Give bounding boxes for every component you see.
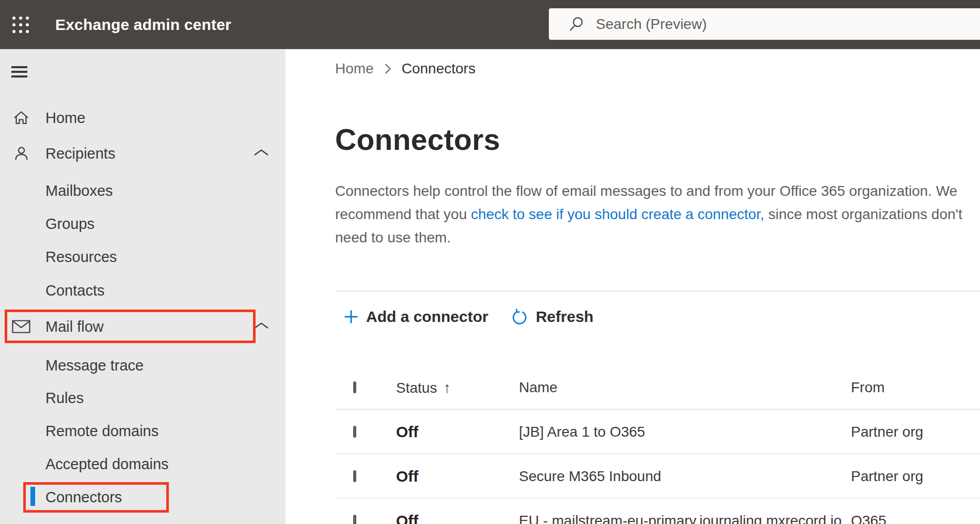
sidebar-item-label: Mailboxes xyxy=(45,182,113,199)
sidebar-item-groups[interactable]: Groups xyxy=(0,207,286,240)
sidebar-item-label: Contacts xyxy=(45,282,104,299)
sidebar-item-message-trace[interactable]: Message trace xyxy=(0,349,286,382)
row-name: Secure M365 Inbound xyxy=(519,468,661,485)
sidebar-item-remote-domains[interactable]: Remote domains xyxy=(0,414,286,448)
sidebar-item-connectors[interactable]: Connectors xyxy=(0,481,286,514)
table-row[interactable]: Off Secure M365 Inbound Partner org xyxy=(286,454,980,499)
sidebar-item-label: Message trace xyxy=(45,357,144,374)
page-title: Connectors xyxy=(335,122,500,157)
search-icon xyxy=(568,16,584,32)
person-icon xyxy=(11,144,31,163)
sidebar-item-label: Recipients xyxy=(45,145,115,162)
global-nav-toggle-icon[interactable] xyxy=(11,66,27,78)
sidebar-item-accepted-domains[interactable]: Accepted domains xyxy=(0,448,286,481)
column-header-from[interactable]: From xyxy=(851,379,884,396)
row-from: Partner org xyxy=(851,468,923,485)
home-icon xyxy=(11,108,31,128)
command-bar: Add a connector Refresh xyxy=(343,303,593,330)
table-row[interactable]: Off EU - mailstream-eu-primary.journalin… xyxy=(286,499,980,524)
add-connector-button[interactable]: Add a connector xyxy=(343,308,488,326)
row-status: Off xyxy=(396,468,418,485)
search-bar[interactable] xyxy=(549,8,980,40)
sidebar-item-resources[interactable]: Resources xyxy=(0,240,286,273)
top-app-bar: Exchange admin center xyxy=(0,0,980,49)
column-header-status[interactable]: Status↑ xyxy=(396,379,451,396)
app-title: Exchange admin center xyxy=(55,0,231,49)
table-row[interactable]: Off [JB] Area 1 to O365 Partner org xyxy=(286,410,980,454)
breadcrumb-current: Connectors xyxy=(402,60,476,77)
sidebar-item-contacts[interactable]: Contacts xyxy=(0,274,286,307)
row-from: Partner org xyxy=(851,424,923,440)
sidebar-item-rules[interactable]: Rules xyxy=(0,381,286,414)
create-connector-check-link[interactable]: check to see if you should create a conn… xyxy=(471,206,764,222)
selected-item-indicator xyxy=(30,487,35,506)
sidebar-item-mail-flow[interactable]: Mail flow xyxy=(0,310,286,343)
search-input[interactable] xyxy=(596,16,906,33)
sidebar-item-label: Groups xyxy=(45,215,94,233)
page-description: Connectors help control the flow of emai… xyxy=(335,179,980,249)
sidebar-item-label: Resources xyxy=(45,249,117,266)
table-header-row: Status↑ Name From xyxy=(286,365,980,410)
row-name: EU - mailstream-eu-primary.journaling.mx… xyxy=(519,513,842,524)
mail-icon xyxy=(11,317,31,336)
row-status: Off xyxy=(396,512,418,524)
row-status: Off xyxy=(396,423,418,441)
sidebar-item-label: Home xyxy=(45,110,85,127)
exchange-admin-center-screen: Exchange admin center Home xyxy=(0,0,980,524)
sidebar-item-home[interactable]: Home xyxy=(0,101,286,134)
add-connector-label: Add a connector xyxy=(366,308,488,326)
row-checkbox[interactable] xyxy=(353,470,356,482)
connectors-table: Status↑ Name From Off [JB] Area 1 to O36… xyxy=(286,365,980,524)
sidebar-item-recipients[interactable]: Recipients xyxy=(0,137,286,170)
select-all-checkbox[interactable] xyxy=(353,381,356,393)
sidebar-item-mailboxes[interactable]: Mailboxes xyxy=(0,174,286,207)
breadcrumb-chevron-icon xyxy=(384,62,391,75)
app-launcher-icon[interactable] xyxy=(12,17,29,33)
sidebar-navigation: Home Recipients Mailboxes Groups Reso xyxy=(0,49,286,524)
sidebar-item-label: Rules xyxy=(45,390,84,407)
column-header-name[interactable]: Name xyxy=(519,379,558,396)
chevron-up-icon[interactable] xyxy=(254,321,269,332)
refresh-label: Refresh xyxy=(536,308,594,326)
row-from: O365 xyxy=(851,513,887,524)
breadcrumb: Home Connectors xyxy=(335,60,476,77)
toolbar-divider xyxy=(335,290,980,291)
row-checkbox[interactable] xyxy=(353,426,356,438)
main-content: Home Connectors Connectors Connectors he… xyxy=(286,49,980,524)
sidebar-item-label: Accepted domains xyxy=(45,456,169,473)
refresh-button[interactable]: Refresh xyxy=(510,307,594,326)
sidebar-item-label: Connectors xyxy=(45,489,122,506)
chevron-up-icon[interactable] xyxy=(254,148,269,159)
sidebar-item-label: Remote domains xyxy=(45,423,159,440)
sidebar-item-label: Mail flow xyxy=(45,318,104,335)
row-checkbox[interactable] xyxy=(353,515,356,524)
breadcrumb-home-link[interactable]: Home xyxy=(335,60,374,77)
add-icon xyxy=(343,309,359,325)
row-name: [JB] Area 1 to O365 xyxy=(519,424,645,440)
sort-ascending-icon: ↑ xyxy=(443,379,451,396)
refresh-icon xyxy=(510,307,529,326)
